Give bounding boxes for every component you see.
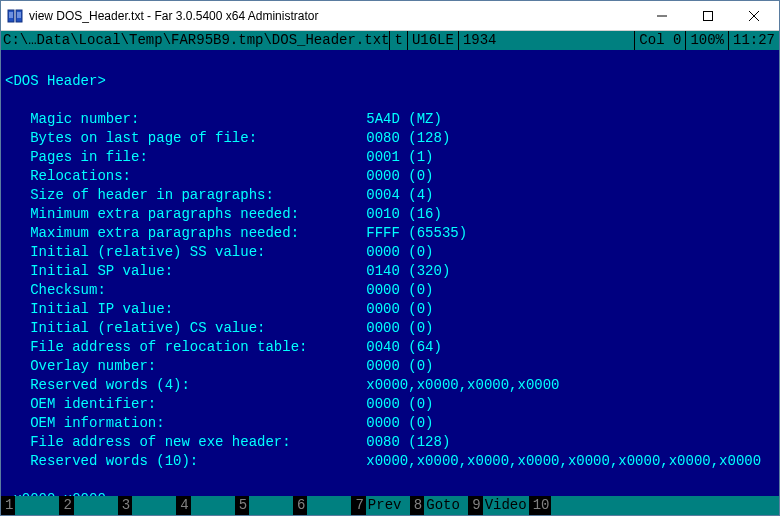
row-value: 0000 (0)	[366, 320, 433, 336]
content-row: Initial (relative) CS value: 0000 (0)	[5, 319, 775, 338]
fkey-4[interactable]: 4	[176, 496, 234, 515]
titlebar: view DOS_Header.txt - Far 3.0.5400 x64 A…	[1, 1, 779, 31]
row-label: Relocations:	[5, 168, 366, 184]
content-row: Initial SP value: 0140 (320)	[5, 262, 775, 281]
row-value: x0000,x0000,x0000,x0000,x0000,x0000,x000…	[366, 453, 761, 469]
fkey-label: Goto	[424, 496, 468, 515]
row-label: Bytes on last page of file:	[5, 130, 366, 146]
row-label: Maximum extra paragraphs needed:	[5, 225, 366, 241]
fkey-10[interactable]: 10	[529, 496, 596, 515]
svg-rect-1	[16, 10, 22, 22]
row-value: 0000 (0)	[366, 301, 433, 317]
row-value: 0080 (128)	[366, 130, 450, 146]
row-value: 0010 (16)	[366, 206, 442, 222]
content-row: OEM information: 0000 (0)	[5, 414, 775, 433]
row-label: OEM identifier:	[5, 396, 366, 412]
fkey-5[interactable]: 5	[235, 496, 293, 515]
status-encoding: U16LE	[408, 31, 458, 50]
row-value: FFFF (65535)	[366, 225, 467, 241]
row-label: Initial SP value:	[5, 263, 366, 279]
status-flag: t	[390, 31, 406, 50]
row-label: Pages in file:	[5, 149, 366, 165]
fkey-label: Prev	[366, 496, 410, 515]
row-label: Initial (relative) CS value:	[5, 320, 366, 336]
fkey-number: 6	[293, 496, 307, 515]
fkey-label	[249, 496, 293, 515]
row-value: 0000 (0)	[366, 396, 433, 412]
fkey-label	[15, 496, 59, 515]
fkey-label	[132, 496, 176, 515]
section-heading: <DOS Header>	[5, 72, 775, 91]
window-title: view DOS_Header.txt - Far 3.0.5400 x64 A…	[29, 9, 639, 23]
content-row: Relocations: 0000 (0)	[5, 167, 775, 186]
content-row: Bytes on last page of file: 0080 (128)	[5, 129, 775, 148]
content-row: Initial IP value: 0000 (0)	[5, 300, 775, 319]
fkey-number: 9	[468, 496, 482, 515]
fkey-number: 4	[176, 496, 190, 515]
row-label: OEM information:	[5, 415, 366, 431]
row-value: 0000 (0)	[366, 282, 433, 298]
row-label: Checksum:	[5, 282, 366, 298]
row-value: 0004 (4)	[366, 187, 433, 203]
row-value: 0040 (64)	[366, 339, 442, 355]
minimize-button[interactable]	[639, 1, 685, 31]
app-icon	[7, 8, 23, 24]
row-label: File address of new exe header:	[5, 434, 366, 450]
content-row: Minimum extra paragraphs needed: 0010 (1…	[5, 205, 775, 224]
content-row: Pages in file: 0001 (1)	[5, 148, 775, 167]
status-size: 1934	[459, 31, 501, 50]
maximize-button[interactable]	[685, 1, 731, 31]
svg-rect-9	[704, 11, 713, 20]
fkey-number: 2	[59, 496, 73, 515]
row-label: Reserved words (4):	[5, 377, 366, 393]
row-label: Size of header in paragraphs:	[5, 187, 366, 203]
fkey-label	[74, 496, 118, 515]
row-label: Initial IP value:	[5, 301, 366, 317]
content-row: Magic number: 5A4D (MZ)	[5, 110, 775, 129]
row-value: 0001 (1)	[366, 149, 433, 165]
content-row: File address of relocation table: 0040 (…	[5, 338, 775, 357]
fkey-number: 8	[410, 496, 424, 515]
status-col: Col 0	[635, 31, 685, 50]
fkey-number: 5	[235, 496, 249, 515]
row-value: 0080 (128)	[366, 434, 450, 450]
row-label: Initial (relative) SS value:	[5, 244, 366, 260]
fkey-2[interactable]: 2	[59, 496, 117, 515]
row-value: 0000 (0)	[366, 244, 433, 260]
fkey-number: 3	[118, 496, 132, 515]
content-row: Size of header in paragraphs: 0004 (4)	[5, 186, 775, 205]
row-label: Overlay number:	[5, 358, 366, 374]
content-row: Checksum: 0000 (0)	[5, 281, 775, 300]
fkey-number: 7	[351, 496, 365, 515]
content-row: Maximum extra paragraphs needed: FFFF (6…	[5, 224, 775, 243]
fkey-label	[191, 496, 235, 515]
content-row: Reserved words (4): x0000,x0000,x0000,x0…	[5, 376, 775, 395]
row-label: Magic number:	[5, 111, 366, 127]
fkey-8[interactable]: 8Goto	[410, 496, 468, 515]
rows-container: Magic number: 5A4D (MZ) Bytes on last pa…	[5, 110, 775, 471]
fkey-1[interactable]: 1	[1, 496, 59, 515]
fkey-9[interactable]: 9Video	[468, 496, 528, 515]
row-label: Minimum extra paragraphs needed:	[5, 206, 366, 222]
close-button[interactable]	[731, 1, 777, 31]
row-value: x0000,x0000,x0000,x0000	[366, 377, 559, 393]
fkey-7[interactable]: 7Prev	[351, 496, 409, 515]
content-row: Reserved words (10): x0000,x0000,x0000,x…	[5, 452, 775, 471]
row-value: 0000 (0)	[366, 168, 433, 184]
fkey-number: 1	[1, 496, 15, 515]
status-bar: C:\…Data\Local\Temp\FAR95B9.tmp\DOS_Head…	[1, 31, 779, 50]
fkey-bar: 1 2 3 4 5 6 7Prev 8Goto 9Video 10	[1, 496, 779, 515]
fkey-6[interactable]: 6	[293, 496, 351, 515]
row-value: 0000 (0)	[366, 358, 433, 374]
status-time: 11:27	[729, 31, 779, 50]
content-row: Initial (relative) SS value: 0000 (0)	[5, 243, 775, 262]
row-value: 0140 (320)	[366, 263, 450, 279]
content-row: File address of new exe header: 0080 (12…	[5, 433, 775, 452]
viewer-content[interactable]: <DOS Header> Magic number: 5A4D (MZ) Byt…	[1, 50, 779, 496]
fkey-label: Video	[483, 496, 529, 515]
status-percent: 100%	[686, 31, 728, 50]
fkey-3[interactable]: 3	[118, 496, 176, 515]
fkey-list: 1 2 3 4 5 6 7Prev 8Goto 9Video 10	[1, 496, 595, 515]
row-value: 5A4D (MZ)	[366, 111, 442, 127]
row-value: 0000 (0)	[366, 415, 433, 431]
